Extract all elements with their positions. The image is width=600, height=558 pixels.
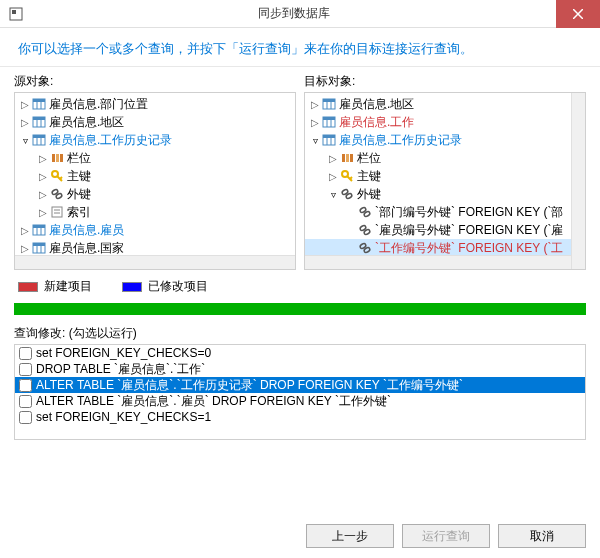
expand-arrow-icon[interactable]: ▷ (327, 171, 339, 182)
tree-node[interactable]: ▷雇员信息.工作 (305, 113, 585, 131)
prev-button[interactable]: 上一步 (306, 524, 394, 548)
tree-node[interactable]: ▷外键 (15, 185, 295, 203)
tree-node[interactable]: ▷雇员信息.地区 (305, 95, 585, 113)
tree-node-label: 雇员信息.部门位置 (49, 96, 148, 113)
tree-node[interactable]: ▷栏位 (15, 149, 295, 167)
query-checkbox[interactable] (19, 411, 32, 424)
source-tree[interactable]: ▷雇员信息.部门位置▷雇员信息.地区▿雇员信息.工作历史记录▷栏位▷主键▷外键▷… (14, 92, 296, 270)
scrollbar-vertical[interactable] (571, 93, 585, 269)
key-icon (49, 168, 65, 184)
expand-arrow-icon[interactable]: ▷ (19, 243, 31, 254)
expand-arrow-icon[interactable]: ▷ (309, 99, 321, 110)
table-icon (321, 114, 337, 130)
query-checkbox[interactable] (19, 363, 32, 376)
query-row[interactable]: DROP TABLE `雇员信息`.`工作` (15, 361, 585, 377)
expand-arrow-icon[interactable]: ▷ (309, 117, 321, 128)
svg-line-21 (60, 177, 62, 179)
tree-node[interactable]: `部门编号外键` FOREIGN KEY (`部 (305, 203, 585, 221)
instruction-text: 你可以选择一个或多个查询，并按下「运行查询」来在你的目标连接运行查询。 (0, 28, 600, 67)
scrollbar-horizontal[interactable] (305, 255, 585, 269)
tree-node[interactable]: ▿外键 (305, 185, 585, 203)
table-icon (321, 96, 337, 112)
tree-node-label: 栏位 (357, 150, 381, 167)
column-icon (339, 150, 355, 166)
tree-node[interactable]: `雇员编号外键` FOREIGN KEY (`雇 (305, 221, 585, 239)
tree-node-label: 外键 (357, 186, 381, 203)
query-checkbox[interactable] (19, 347, 32, 360)
svg-line-60 (350, 177, 352, 179)
tree-node-label: 雇员信息.地区 (49, 114, 124, 131)
query-checkbox[interactable] (19, 395, 32, 408)
expand-arrow-icon[interactable]: ▷ (37, 171, 49, 182)
source-panel: 源对象: ▷雇员信息.部门位置▷雇员信息.地区▿雇员信息.工作历史记录▷栏位▷主… (14, 73, 296, 270)
table-icon (31, 132, 47, 148)
tree-node[interactable]: ▷雇员信息.雇员 (15, 221, 295, 239)
tree-node[interactable]: ▷雇员信息.地区 (15, 113, 295, 131)
expand-arrow-icon[interactable]: ▷ (327, 153, 339, 164)
query-checkbox[interactable] (19, 379, 32, 392)
expand-arrow-icon[interactable]: ▿ (19, 135, 31, 146)
expand-arrow-icon[interactable]: ▷ (37, 207, 49, 218)
svg-rect-9 (33, 117, 45, 120)
close-button[interactable] (556, 0, 600, 28)
tree-node-label: 雇员信息.国家 (49, 240, 124, 257)
legend-mod-swatch (122, 282, 142, 292)
svg-rect-55 (342, 154, 345, 162)
svg-rect-57 (350, 154, 353, 162)
expand-arrow-icon[interactable]: ▿ (327, 189, 339, 200)
tree-node-label: 雇员信息.地区 (339, 96, 414, 113)
target-label: 目标对象: (304, 73, 586, 90)
tree-node[interactable]: ▿雇员信息.工作历史记录 (305, 131, 585, 149)
svg-rect-52 (323, 135, 335, 138)
query-row[interactable]: ALTER TABLE `雇员信息`.`工作历史记录` DROP FOREIGN… (15, 377, 585, 393)
cancel-button[interactable]: 取消 (498, 524, 586, 548)
tree-node-label: `部门编号外键` FOREIGN KEY (`部 (375, 204, 563, 221)
fk-icon (357, 240, 373, 256)
svg-rect-28 (33, 225, 45, 228)
expand-arrow-icon[interactable]: ▷ (19, 225, 31, 236)
query-row[interactable]: set FOREIGN_KEY_CHECKS=0 (15, 345, 585, 361)
tree-node-label: `雇员编号外键` FOREIGN KEY (`雇 (375, 222, 563, 239)
app-icon (6, 4, 26, 24)
expand-arrow-icon[interactable]: ▷ (37, 189, 49, 200)
tree-node[interactable]: ▷索引 (15, 203, 295, 221)
target-tree[interactable]: ▷雇员信息.地区▷雇员信息.工作▿雇员信息.工作历史记录▷栏位▷主键▿外键`部门… (304, 92, 586, 270)
tree-node-label: 栏位 (67, 150, 91, 167)
query-text: set FOREIGN_KEY_CHECKS=0 (36, 346, 211, 360)
window-title: 同步到数据库 (32, 5, 556, 22)
svg-rect-24 (52, 207, 62, 217)
scrollbar-horizontal[interactable] (15, 255, 295, 269)
tree-node-label: 雇员信息.工作历史记录 (339, 132, 462, 149)
tree-node[interactable]: ▿雇员信息.工作历史记录 (15, 131, 295, 149)
legend-new: 新建项目 (18, 278, 92, 295)
expand-arrow-icon[interactable]: ▷ (19, 117, 31, 128)
tree-node-label: `工作编号外键` FOREIGN KEY (`工 (375, 240, 563, 257)
expand-arrow-icon[interactable]: ▷ (37, 153, 49, 164)
tree-node[interactable]: ▷雇员信息.部门位置 (15, 95, 295, 113)
svg-rect-16 (52, 154, 55, 162)
tree-node[interactable]: ▷栏位 (305, 149, 585, 167)
progress-bar (14, 303, 586, 315)
table-icon (31, 96, 47, 112)
tree-node-label: 外键 (67, 186, 91, 203)
index-icon (49, 204, 65, 220)
tree-node[interactable]: ▷主键 (15, 167, 295, 185)
svg-rect-5 (33, 99, 45, 102)
legend-new-swatch (18, 282, 38, 292)
legend-new-label: 新建项目 (44, 278, 92, 295)
expand-arrow-icon[interactable]: ▷ (19, 99, 31, 110)
query-text: DROP TABLE `雇员信息`.`工作` (36, 361, 205, 378)
query-row[interactable]: set FOREIGN_KEY_CHECKS=1 (15, 409, 585, 425)
table-icon (31, 240, 47, 256)
query-row[interactable]: ALTER TABLE `雇员信息`.`雇员` DROP FOREIGN KEY… (15, 393, 585, 409)
tree-node[interactable]: ▷主键 (305, 167, 585, 185)
fk-icon (357, 204, 373, 220)
query-label: 查询修改: (勾选以运行) (14, 325, 586, 342)
fk-icon (49, 186, 65, 202)
table-icon (31, 222, 47, 238)
target-panel: 目标对象: ▷雇员信息.地区▷雇员信息.工作▿雇员信息.工作历史记录▷栏位▷主键… (304, 73, 586, 270)
svg-rect-17 (56, 154, 59, 162)
expand-arrow-icon[interactable]: ▿ (309, 135, 321, 146)
run-query-button[interactable]: 运行查询 (402, 524, 490, 548)
query-list[interactable]: set FOREIGN_KEY_CHECKS=0DROP TABLE `雇员信息… (14, 344, 586, 440)
